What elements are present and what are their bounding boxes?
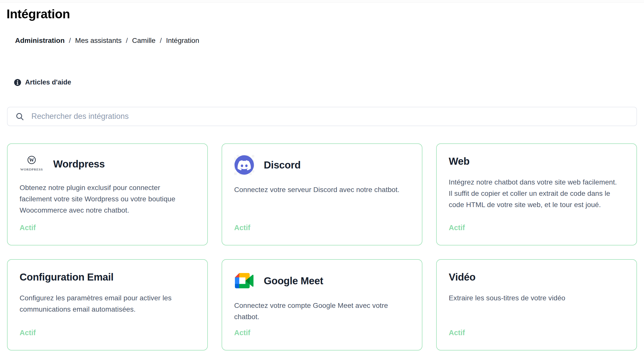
card-description: Extraire les sous-titres de votre vidéo (449, 292, 626, 304)
status-badge: Actif (20, 329, 197, 337)
breadcrumb-separator: / (160, 36, 162, 45)
breadcrumb: Administration / Mes assistants / Camill… (15, 36, 644, 45)
card-title: Web (449, 155, 470, 167)
status-badge: Actif (20, 224, 197, 232)
integration-card-configuration-email[interactable]: Configuration Email Configurez les param… (7, 259, 208, 350)
card-description: Intégrez notre chatbot dans votre site w… (449, 176, 626, 210)
breadcrumb-item-camille[interactable]: Camille (132, 36, 155, 45)
card-header: Web (449, 155, 626, 167)
wordpress-logo-icon: W WORDPRESS (20, 155, 44, 173)
breadcrumb-item-administration[interactable]: Administration (15, 36, 65, 45)
search-input[interactable] (7, 107, 637, 126)
card-header: Vidéo (449, 271, 626, 283)
page-title: Intégration (7, 6, 644, 22)
card-title: Configuration Email (20, 271, 113, 283)
help-articles-label: Articles d'aide (25, 78, 71, 86)
info-icon (14, 79, 21, 86)
google-meet-logo-icon (234, 271, 254, 291)
search-icon (15, 112, 24, 122)
card-description: Connectez votre serveur Discord avec not… (234, 184, 411, 195)
breadcrumb-separator: / (69, 36, 71, 45)
integrations-grid: W WORDPRESS Wordpress Obtenez notre plug… (7, 143, 644, 350)
card-header: Discord (234, 155, 411, 175)
card-description: Connectez votre compte Google Meet avec … (234, 300, 411, 322)
svg-text:W: W (29, 157, 34, 163)
breadcrumb-item-mes-assistants[interactable]: Mes assistants (75, 36, 121, 45)
breadcrumb-item-integration: Intégration (166, 36, 199, 45)
integration-card-discord[interactable]: Discord Connectez votre serveur Discord … (222, 143, 422, 245)
card-title: Wordpress (53, 158, 105, 170)
card-description: Configurez les paramètres email pour act… (20, 292, 197, 315)
card-title: Google Meet (264, 275, 323, 287)
svg-text:WORDPRESS: WORDPRESS (20, 167, 43, 171)
status-badge: Actif (449, 329, 626, 337)
card-header: Configuration Email (20, 271, 197, 283)
integration-card-web[interactable]: Web Intégrez notre chatbot dans votre si… (436, 143, 637, 245)
status-badge: Actif (449, 224, 626, 232)
card-title: Vidéo (449, 271, 476, 283)
card-description: Obtenez notre plugin exclusif pour conne… (20, 182, 197, 216)
top-divider (0, 0, 644, 3)
breadcrumb-separator: / (126, 36, 128, 45)
integration-card-google-meet[interactable]: Google Meet Connectez votre compte Googl… (222, 259, 422, 350)
card-header: Google Meet (234, 271, 411, 291)
help-articles-link[interactable]: Articles d'aide (14, 78, 71, 86)
integration-card-video[interactable]: Vidéo Extraire les sous-titres de votre … (436, 259, 637, 350)
search-bar (7, 107, 637, 126)
card-header: W WORDPRESS Wordpress (20, 155, 197, 173)
card-title: Discord (264, 159, 301, 171)
integration-card-wordpress[interactable]: W WORDPRESS Wordpress Obtenez notre plug… (7, 143, 208, 245)
discord-logo-icon (234, 155, 254, 175)
status-badge: Actif (234, 224, 411, 232)
status-badge: Actif (234, 329, 411, 337)
